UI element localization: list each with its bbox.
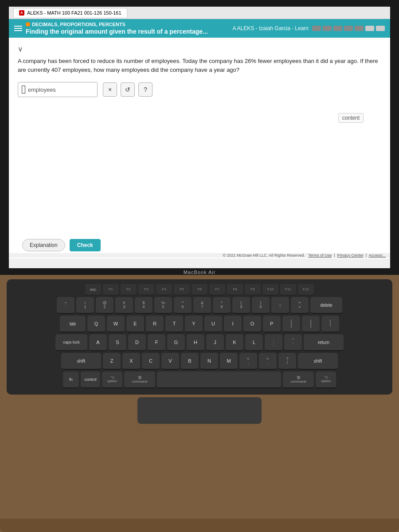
key-slash[interactable]: ?/ [278, 353, 296, 370]
key-comma[interactable]: <, [239, 353, 257, 370]
key-v[interactable]: V [161, 353, 179, 370]
key-6[interactable]: ^6 [174, 297, 192, 314]
key-j[interactable]: J [206, 334, 224, 351]
tab-label: ALEKS - MATH 100 FA21 001-126 150-161 [27, 10, 121, 16]
answer-input-container[interactable]: employees [18, 82, 98, 97]
key-s[interactable]: S [109, 334, 126, 351]
key-1[interactable]: !1 [76, 297, 94, 314]
key-f12[interactable]: F12 [298, 284, 314, 295]
progress-dot-3 [333, 26, 342, 31]
screen-content: A ALEKS - MATH 100 FA21 001-126 150-161 … [9, 7, 390, 268]
key-equals[interactable]: += [291, 297, 309, 314]
browser-tab[interactable]: A ALEKS - MATH 100 FA21 001-126 150-161 [13, 8, 127, 17]
key-semicolon[interactable]: :; [265, 334, 282, 351]
key-f[interactable]: F [148, 334, 165, 351]
key-minus[interactable]: _- [271, 297, 289, 314]
key-t[interactable]: T [165, 316, 183, 332]
key-e[interactable]: E [126, 316, 144, 332]
key-d[interactable]: D [128, 334, 146, 351]
check-button[interactable]: Check [70, 239, 101, 251]
key-period[interactable]: >. [259, 353, 277, 370]
key-x[interactable]: X [122, 353, 140, 370]
touchpad[interactable] [137, 397, 262, 424]
key-esc[interactable]: esc [85, 284, 101, 295]
key-f8[interactable]: F8 [227, 284, 243, 295]
key-8[interactable]: *8 [213, 297, 231, 314]
key-m[interactable]: M [220, 353, 238, 370]
key-command-left[interactable]: ⌘ command [124, 372, 155, 388]
progress-dot-2 [323, 26, 332, 31]
key-rbracket[interactable]: }] [302, 316, 320, 332]
undo-button[interactable]: ↺ [121, 82, 135, 97]
zxcv-row: shift Z X C V B N M <, >. ?/ shift [12, 353, 387, 370]
key-backtick[interactable]: ~` [57, 297, 74, 314]
key-option-right[interactable]: ⌥ option [316, 372, 336, 388]
key-tab[interactable]: tab [60, 316, 86, 332]
key-a[interactable]: A [89, 334, 107, 351]
key-f7[interactable]: F7 [209, 284, 225, 295]
key-f2[interactable]: F2 [121, 284, 137, 295]
key-shift-left[interactable]: shift [61, 353, 101, 370]
key-caps[interactable]: caps lock [55, 334, 87, 351]
privacy-link[interactable]: Privacy Center [337, 253, 364, 258]
hamburger-menu[interactable] [14, 26, 22, 31]
access-link[interactable]: Accessi... [368, 253, 386, 258]
key-option-left[interactable]: ⌥ option [102, 372, 122, 388]
key-9[interactable]: (9 [232, 297, 250, 314]
key-f11[interactable]: F11 [280, 284, 296, 295]
key-n[interactable]: N [200, 353, 218, 370]
key-i[interactable]: I [224, 316, 242, 332]
key-u[interactable]: U [204, 316, 222, 332]
key-5[interactable]: %5 [154, 297, 172, 314]
key-r[interactable]: R [146, 316, 164, 332]
key-f9[interactable]: F9 [245, 284, 261, 295]
key-p[interactable]: P [263, 316, 281, 332]
main-content: ∨ A company has been forced to reduce it… [9, 38, 390, 258]
key-backslash[interactable]: |\ [321, 316, 339, 332]
key-3[interactable]: #3 [115, 297, 133, 314]
key-o[interactable]: O [243, 316, 261, 332]
key-f4[interactable]: F4 [156, 284, 172, 295]
key-return[interactable]: return [304, 334, 344, 351]
key-k[interactable]: K [226, 334, 243, 351]
key-quote[interactable]: "' [284, 334, 302, 351]
key-0[interactable]: )0 [252, 297, 270, 314]
key-g[interactable]: G [167, 334, 185, 351]
key-space[interactable] [157, 372, 281, 388]
number-row: ~` !1 @2 #3 $4 %5 ^6 &7 *8 (9 )0 _- += d… [12, 297, 387, 314]
key-q[interactable]: Q [87, 316, 105, 332]
key-y[interactable]: Y [185, 316, 203, 332]
key-shift-right[interactable]: shift [298, 353, 338, 370]
key-w[interactable]: W [107, 316, 125, 332]
key-2[interactable]: @2 [96, 297, 113, 314]
key-7[interactable]: &7 [193, 297, 211, 314]
key-h[interactable]: H [187, 334, 204, 351]
input-btn-group: × ↺ ? [103, 82, 153, 97]
collapse-button[interactable]: ∨ [18, 45, 23, 53]
key-l[interactable]: L [245, 334, 263, 351]
key-lbracket[interactable]: {[ [282, 316, 300, 332]
key-b[interactable]: B [181, 353, 199, 370]
progress-dot-7 [376, 26, 385, 31]
key-delete[interactable]: delete [310, 297, 342, 314]
progress-dot-4 [344, 26, 353, 31]
key-f6[interactable]: F6 [192, 284, 207, 295]
key-command-right[interactable]: ⌘ command [283, 372, 314, 388]
key-fn[interactable]: fn [63, 372, 79, 388]
aleks-right: A ALEKS - Izaiah Garcia - Learn [233, 25, 385, 31]
help-button[interactable]: ? [138, 82, 153, 97]
key-4[interactable]: $4 [135, 297, 153, 314]
explanation-button[interactable]: Explanation [22, 239, 65, 251]
key-z[interactable]: Z [103, 353, 121, 370]
screen-footer: © 2021 McGraw Hill LLC. All Rights Reser… [9, 253, 390, 258]
key-f10[interactable]: F10 [262, 284, 278, 295]
key-c[interactable]: C [142, 353, 160, 370]
key-f1[interactable]: F1 [103, 284, 119, 295]
asdf-row: caps lock A S D F G H J K L :; "' return [12, 334, 387, 351]
terms-link[interactable]: Terms of Use [308, 253, 332, 258]
key-f5[interactable]: F5 [174, 284, 190, 295]
key-f3[interactable]: F3 [138, 284, 154, 295]
key-control[interactable]: control [81, 372, 100, 388]
answer-input-label: employees [28, 86, 56, 93]
clear-button[interactable]: × [103, 82, 117, 97]
